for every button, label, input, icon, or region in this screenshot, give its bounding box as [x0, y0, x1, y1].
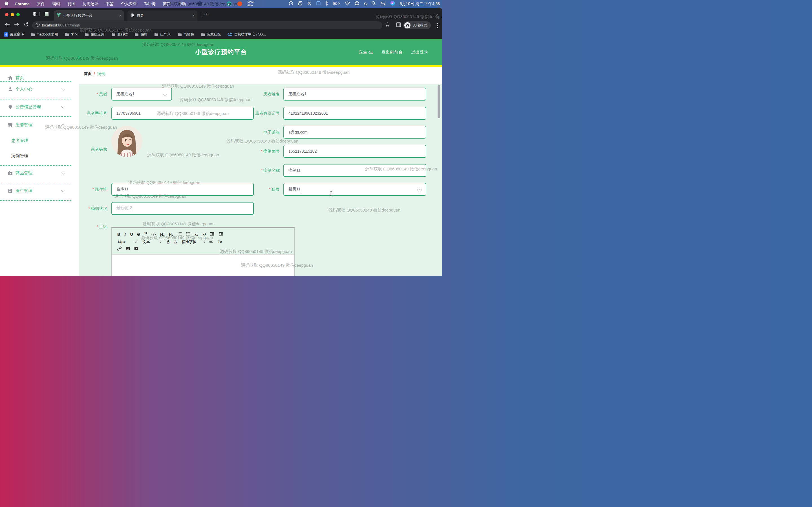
traffic-light-close[interactable] — [5, 12, 11, 17]
sidebar-subitem-cases-active[interactable]: 病例管理 — [0, 151, 71, 161]
apple-logo-icon[interactable] — [4, 1, 8, 6]
clear-format-button[interactable]: Tx — [218, 240, 222, 244]
browser-menu-kebab[interactable] — [437, 23, 438, 28]
tab-overflow-chevron-icon[interactable] — [435, 12, 438, 15]
menu-history[interactable]: 历史记录 — [83, 1, 98, 6]
patient-select[interactable]: 患者姓名1 — [111, 88, 172, 101]
breadcrumb-home[interactable]: 首页 — [84, 71, 92, 76]
bluetooth-icon[interactable] — [325, 1, 328, 7]
email-input[interactable]: 1@qq.com — [283, 126, 426, 138]
insert-link-button[interactable] — [117, 246, 121, 252]
page-scrollbar[interactable] — [438, 85, 440, 118]
control-center-icon[interactable] — [380, 1, 386, 6]
sidebar-item-patients[interactable]: 患者管理 — [0, 120, 71, 129]
menu-bookmarks[interactable]: 书签 — [106, 1, 114, 6]
wechat-icon[interactable]: ⇄ — [227, 1, 232, 6]
bookmark-it-center[interactable]: 信息技术中心 / 5G... — [227, 32, 266, 37]
traffic-light-minimize[interactable] — [11, 12, 16, 17]
superscript-button[interactable]: x² — [202, 233, 206, 236]
tab-search-globe-icon[interactable] — [32, 11, 37, 17]
bookmark-folder-study[interactable]: 学习 — [65, 32, 78, 37]
underline-button[interactable]: U — [130, 232, 133, 236]
blockquote-button[interactable]: ” — [144, 233, 147, 236]
back-button[interactable] — [2, 22, 12, 28]
menu-window[interactable]: 窗口 — [163, 1, 170, 6]
new-tab-button[interactable]: + — [205, 11, 208, 17]
subscript-button[interactable]: x₂ — [195, 233, 198, 236]
tab-inactive[interactable]: 首页 × — [128, 10, 197, 20]
highlight-color-button[interactable]: A — [174, 240, 177, 244]
phone-input[interactable]: 17703786901 — [111, 107, 254, 120]
indent-button[interactable] — [219, 232, 223, 237]
bold-button[interactable]: B — [117, 232, 120, 236]
insert-image-button[interactable] — [126, 246, 130, 251]
flame-icon[interactable] — [238, 1, 242, 6]
sogou-icon[interactable]: S — [364, 1, 367, 6]
memory-monitor[interactable]: MEM86% — [248, 1, 253, 7]
insert-video-button[interactable] — [134, 246, 139, 251]
menu-file[interactable]: 文件 — [37, 1, 45, 6]
menu-profile[interactable]: 个人资料 — [121, 1, 137, 6]
menu-help[interactable]: 帮助 — [178, 1, 186, 6]
italic-button[interactable]: I — [124, 232, 126, 236]
bookmark-folder-imported[interactable]: 已导入 — [154, 32, 171, 37]
idcard-input[interactable]: 410224199610232001 — [283, 107, 426, 120]
case-no-input[interactable]: 1652173115182 — [283, 145, 426, 158]
site-info-icon[interactable] — [36, 22, 40, 28]
align-button[interactable] — [209, 239, 213, 244]
spinner-arrows-icon[interactable] — [135, 240, 137, 243]
outdent-button[interactable] — [210, 232, 214, 237]
wifi-icon[interactable] — [345, 1, 350, 6]
header-exit-front-link[interactable]: 退出到前台 — [382, 50, 403, 55]
case-name-input[interactable]: 病例11 — [283, 164, 426, 177]
forward-button[interactable] — [12, 22, 21, 28]
reload-button[interactable] — [21, 22, 31, 28]
bookmark-star-icon[interactable] — [385, 22, 390, 28]
spinner-arrows-icon[interactable] — [203, 240, 205, 243]
user-switch-icon[interactable] — [355, 1, 359, 7]
xmind-icon[interactable] — [307, 1, 312, 6]
rich-text-editor[interactable]: B I U S ” </> H₁ H₂ x₂ x² 14px — [111, 227, 295, 276]
tab-close-icon[interactable]: × — [119, 13, 121, 18]
spinner-arrows-icon[interactable] — [159, 240, 161, 243]
address-input[interactable]: 住宅11 — [111, 183, 254, 196]
code-button[interactable]: </> — [151, 233, 156, 236]
menu-tab[interactable]: Tab 键 — [144, 1, 155, 6]
sidebar-item-notice[interactable]: 公告信息管理 — [0, 102, 71, 112]
native-place-input[interactable]: 籍贯11 × — [283, 183, 426, 196]
patient-name-input[interactable]: 患者姓名1 — [283, 88, 426, 101]
side-panel-icon[interactable] — [396, 22, 401, 28]
input-method-icon[interactable] — [316, 1, 320, 6]
sidebar-item-home[interactable]: 首页 — [0, 73, 71, 82]
text-style-select[interactable]: 文本 — [143, 240, 150, 244]
pinned-sheet-icon[interactable] — [45, 11, 49, 17]
sidebar-subitem-patients[interactable]: 患者管理 — [0, 136, 71, 145]
incognito-badge[interactable]: 无痕模式 — [403, 21, 431, 29]
tab-close-icon[interactable]: × — [192, 13, 195, 18]
bookmark-folder-tech[interactable]: 黑科技 — [111, 32, 128, 37]
font-color-button[interactable]: A — [167, 239, 169, 244]
patient-avatar[interactable] — [111, 126, 142, 157]
menu-chrome[interactable]: Chrome — [15, 2, 30, 6]
timer-icon[interactable] — [289, 1, 293, 7]
clear-input-icon[interactable]: × — [417, 187, 422, 192]
heading1-button[interactable]: H₁ — [160, 232, 165, 236]
font-size-select[interactable]: 14px — [117, 240, 126, 244]
menubar-clock[interactable]: 5月10日 周二 下午4:58 — [400, 1, 440, 6]
bookmark-baidu-translate[interactable]: 译 百度翻译 — [4, 32, 24, 37]
bookmark-folder-community[interactable]: 智慧社区 — [201, 32, 221, 37]
bookmark-folder-temp[interactable]: 临时 — [135, 32, 147, 37]
menubar-app-icon[interactable] — [197, 1, 202, 6]
menu-edit[interactable]: 编辑 — [52, 1, 60, 6]
address-bar[interactable]: localhost:8081/#/bingli — [32, 21, 382, 29]
bookmark-folder-online-apps[interactable]: 在线应用 — [85, 32, 105, 37]
font-family-select[interactable]: 标准字体 — [182, 240, 196, 244]
tab-active[interactable]: 小型诊疗预约平台 × — [54, 10, 124, 20]
spotlight-search-icon[interactable] — [371, 1, 376, 6]
menu-view[interactable]: 视图 — [67, 1, 75, 6]
sidebar-item-profile[interactable]: 个人中心 — [0, 84, 71, 94]
bookmark-folder-bar[interactable]: 书签栏 — [177, 32, 194, 37]
header-doctor-label[interactable]: 医生 a1 — [359, 50, 373, 55]
strikethrough-button[interactable]: S — [137, 232, 140, 236]
sidebar-item-doctors[interactable]: 医生管理 — [0, 186, 71, 195]
